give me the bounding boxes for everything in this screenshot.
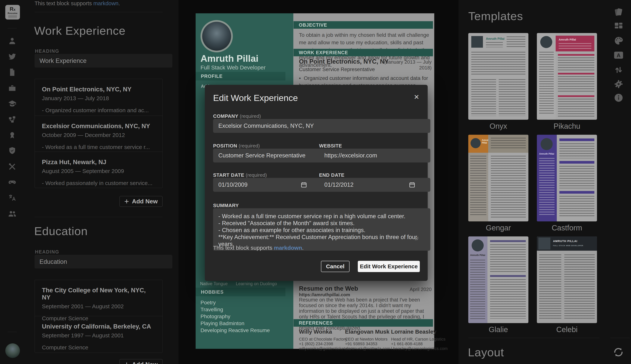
education-heading-field-wrap: [35, 255, 162, 268]
reference-phone: +1 661-808-4188: [391, 342, 435, 346]
add-education-button[interactable]: + Add New: [119, 359, 162, 364]
reference-card: Willy Wonka CEO at Chocolate Factory +1 …: [299, 328, 343, 351]
item-dates: August 2005 — September 2009: [42, 168, 155, 174]
certifications-shield-icon[interactable]: [8, 146, 17, 155]
thumb-header-block: Amruth Pillai Full Stack Web Developer: [537, 236, 597, 251]
resize-handle[interactable]: [414, 236, 418, 240]
summary-textarea[interactable]: - Worked as a full time customer service…: [213, 208, 430, 251]
templates-tab-icon[interactable]: [613, 7, 624, 17]
logo-word: Resume: [8, 12, 18, 15]
template-label-glalie[interactable]: Glalie: [468, 325, 528, 334]
website-input[interactable]: [319, 148, 430, 162]
colors-palette-icon[interactable]: [613, 36, 624, 46]
markdown-link[interactable]: markdown: [93, 0, 119, 6]
work-item-excelsior[interactable]: Excelsior Communications, NYC, NY Octobe…: [35, 116, 162, 152]
work-items-list: On Point Electronics, NYC, NY January 20…: [35, 79, 162, 188]
reset-layout-icon[interactable]: [612, 346, 624, 358]
work-heading-input[interactable]: [35, 54, 172, 68]
text-lines: [559, 196, 594, 217]
settings-gear-icon[interactable]: [613, 79, 624, 89]
accent-bar: [559, 191, 594, 194]
template-label-celebi[interactable]: Celebi: [537, 325, 597, 334]
template-thumb-glalie[interactable]: Amruth Pillai: [468, 236, 528, 323]
language-level-2: Learning on Duolingo: [236, 281, 277, 286]
languages-translate-icon[interactable]: [8, 194, 17, 202]
start-date-input[interactable]: [213, 178, 322, 192]
education-section-title: Education: [34, 224, 88, 238]
resume-photo: [200, 20, 233, 52]
templates-panel-title: Templates: [468, 10, 523, 23]
template-thumb-celebi[interactable]: Amruth Pillai Full Stack Web Developer: [537, 236, 597, 323]
add-work-button[interactable]: + Add New: [119, 196, 162, 207]
projects-diagram-icon[interactable]: [8, 115, 17, 124]
reference-phone: +1 (802) 234-2398: [299, 342, 343, 346]
item-title: On Point Electronics, NYC, NY: [42, 86, 155, 93]
objective-file-icon[interactable]: [8, 68, 17, 76]
text-lines: [558, 99, 594, 117]
education-item-berkeley[interactable]: University of California, Berkeley, CA S…: [35, 316, 162, 352]
company-field-wrap: [213, 119, 420, 133]
template-label-onyx[interactable]: Onyx: [468, 122, 528, 130]
close-icon[interactable]: ×: [413, 92, 420, 101]
skills-tools-icon[interactable]: [8, 162, 17, 171]
template-label-pikachu[interactable]: Pikachu: [537, 122, 597, 130]
item-dates: January 2013 — July 2018: [42, 95, 155, 102]
resume-name: Amruth Pillai: [200, 53, 258, 64]
text-lines: [499, 79, 525, 116]
template-thumb-pikachu[interactable]: Amruth Pillai: [537, 33, 597, 120]
education-heading-input[interactable]: [35, 255, 172, 268]
profile-icon[interactable]: [8, 36, 17, 45]
layout-divider: [468, 338, 599, 338]
education-item-ccny[interactable]: The City College of New York, NYC, NY Se…: [35, 280, 162, 316]
text-lines: [471, 52, 525, 76]
reference-name: Willy Wonka: [299, 328, 343, 335]
template-thumb-gengar[interactable]: Amruth Pillai: [468, 135, 528, 222]
accent-bar: [558, 95, 594, 97]
thumb-name: Amruth Pillai: [482, 139, 488, 144]
language-level-1: Native Tongue: [200, 281, 228, 286]
text-lines: [558, 58, 594, 70]
layout-divider-right: [610, 338, 630, 338]
hobbies-section-header: HOBBIES: [196, 288, 285, 296]
work-item-onpoint[interactable]: On Point Electronics, NYC, NY January 20…: [35, 79, 162, 116]
template-label-gengar[interactable]: Gengar: [468, 224, 528, 232]
template-label-castform[interactable]: Castform: [537, 224, 597, 232]
company-input[interactable]: [213, 119, 430, 133]
about-info-icon[interactable]: [613, 93, 624, 103]
work-item-pizzahut[interactable]: Pizza Hut, Newark, NJ August 2005 — Sept…: [35, 152, 162, 188]
cancel-button[interactable]: Cancel: [321, 261, 349, 272]
left-rail: Rx Resume: [0, 0, 25, 364]
company-label: COMPANY (required): [213, 113, 261, 119]
twitter-icon[interactable]: [8, 52, 17, 61]
thumb-header-block: Amruth Pillai: [556, 36, 594, 52]
app-logo[interactable]: Rx Resume: [5, 5, 20, 20]
text-lines: [559, 166, 594, 188]
text-lines: [470, 260, 485, 319]
awards-medal-icon[interactable]: [8, 131, 17, 140]
user-avatar[interactable]: [5, 343, 20, 358]
submit-edit-work-experience-button[interactable]: Edit Work Experience: [358, 261, 420, 272]
position-input[interactable]: [213, 148, 322, 162]
spacing-arrows-icon[interactable]: [613, 65, 624, 75]
position-label: POSITION (required): [213, 143, 260, 149]
typography-icon[interactable]: A: [612, 50, 624, 61]
thumb-photo: [471, 36, 483, 48]
template-thumb-onyx[interactable]: Amruth Pillai: [468, 33, 528, 120]
entry-position: Customer Service Representative: [299, 66, 375, 72]
work-briefcase-icon[interactable]: [8, 84, 17, 92]
markdown-link[interactable]: markdown: [274, 245, 302, 251]
thumb-photo: [471, 138, 481, 148]
template-thumb-castform[interactable]: Amruth Pillai: [537, 135, 597, 222]
hobbies-gamepad-icon[interactable]: [8, 178, 17, 186]
layout-tab-icon[interactable]: [613, 21, 624, 31]
thumb-photo: [538, 238, 550, 250]
references-users-icon[interactable]: [8, 209, 17, 218]
item-summary: - Organized customer information and ac.…: [42, 107, 155, 114]
end-date-input[interactable]: [319, 178, 430, 192]
item-title: The City College of New York, NYC, NY: [42, 287, 155, 301]
project-url: https://amruthpillai.com: [299, 292, 350, 298]
education-cap-icon[interactable]: [8, 99, 17, 108]
text-lines: [539, 254, 561, 319]
hobby-item: Playing Badminton: [200, 320, 244, 326]
add-work-label: Add New: [132, 198, 158, 205]
